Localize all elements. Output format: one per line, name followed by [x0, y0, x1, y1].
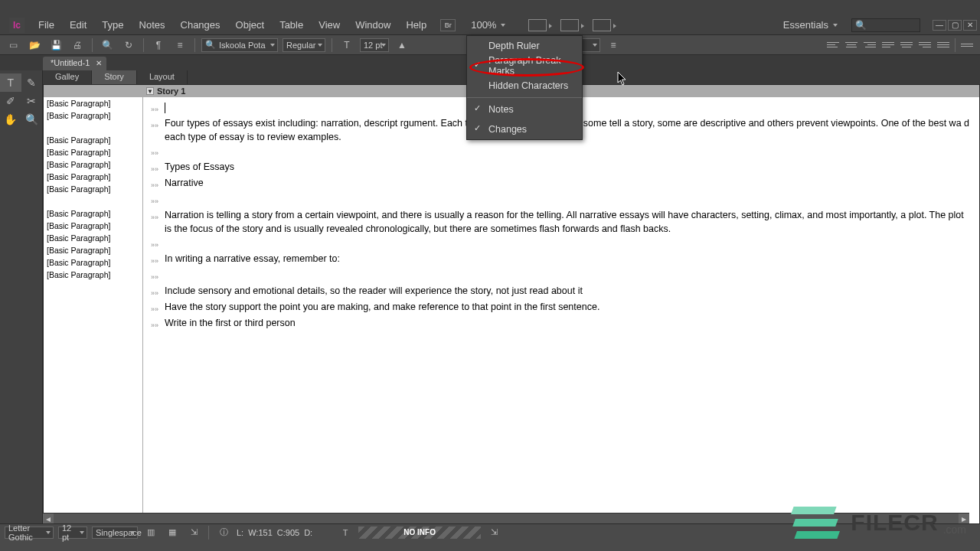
bridge-button[interactable]: Br — [440, 19, 456, 31]
justify-right-button[interactable] — [916, 38, 933, 52]
type-tool[interactable]: T — [0, 73, 21, 92]
paragraph[interactable]: »»Types of Essays — [151, 160, 972, 176]
print-icon[interactable]: 🖨 — [69, 38, 86, 52]
open-icon[interactable]: 📂 — [26, 38, 43, 52]
close-button[interactable]: ✕ — [963, 20, 977, 31]
justify-all-button[interactable] — [935, 38, 952, 52]
arrange-icon[interactable] — [560, 19, 579, 31]
expand-icon[interactable]: ⇲ — [185, 526, 202, 540]
column-icon[interactable]: ▥ — [142, 526, 159, 540]
size-stepper-icon[interactable]: ▲ — [394, 38, 410, 52]
paragraph-break-mark-icon: »» — [151, 316, 165, 332]
note-tool[interactable]: ✎ — [21, 73, 43, 92]
paragraph-break-mark-icon: »» — [151, 208, 165, 236]
progress-icon[interactable]: T — [337, 526, 354, 540]
zoom-tool[interactable]: 🔍 — [21, 110, 43, 129]
menu-item-hidden-characters[interactable]: Hidden Characters — [467, 76, 582, 96]
paragraph-style-label: [Basic Paragraph] — [44, 97, 142, 109]
align-center-button[interactable] — [843, 38, 860, 52]
paragraph[interactable]: »» — [151, 144, 972, 160]
menu-edit[interactable]: Edit — [62, 16, 94, 34]
paragraph-break-mark-icon: »» — [151, 192, 165, 208]
workspace-switcher[interactable]: Essentials — [777, 17, 844, 33]
expand-right-icon[interactable]: ⇲ — [485, 526, 502, 540]
zoom-level[interactable]: 100% — [471, 19, 505, 31]
copyfit-indicator: NO INFO — [358, 527, 481, 539]
save-icon[interactable]: 💾 — [47, 38, 64, 52]
hand-tool[interactable]: ✋ — [0, 110, 21, 129]
menu-bar: Ic FileEditTypeNotesChangesObjectTableVi… — [0, 15, 980, 35]
view-options-icon[interactable] — [593, 19, 611, 31]
watermark: FILECR.com — [788, 507, 966, 539]
paragraph-break-mark-icon: »» — [151, 144, 165, 160]
viewmode-layout[interactable]: Layout — [137, 70, 188, 84]
align-left-button[interactable] — [825, 38, 841, 52]
menu-item-changes[interactable]: ✓Changes — [467, 119, 582, 139]
align-right-button[interactable] — [861, 38, 878, 52]
paragraph-style-label: [Basic Paragraph] — [44, 256, 142, 269]
paragraph[interactable]: »»Include sensory and emotional details,… — [151, 284, 972, 300]
eyedropper-tool[interactable]: ✐ — [0, 92, 21, 110]
tracking-icon[interactable]: ≡ — [605, 38, 622, 52]
justify-center-button[interactable] — [898, 38, 915, 52]
menu-changes[interactable]: Changes — [173, 16, 228, 34]
menu-item-depth-ruler[interactable]: Depth Ruler — [467, 36, 582, 56]
paragraph[interactable]: »»Narration is telling a story from a ce… — [151, 208, 972, 236]
paragraph[interactable]: »» — [151, 268, 972, 284]
menu-item-paragraph-break-marks[interactable]: ✓Paragraph Break Marks — [467, 56, 582, 76]
paragraph[interactable]: »» — [151, 236, 972, 252]
paragraph-break-mark-icon: »» — [151, 160, 165, 176]
paragraph[interactable]: »»Narrative — [151, 176, 972, 192]
document-tab[interactable]: *Untitled-1✕ — [43, 57, 106, 70]
status-font-select[interactable]: Letter Gothic — [5, 527, 54, 539]
font-weight-select[interactable]: Regular — [283, 38, 325, 52]
justify-left-button[interactable] — [880, 38, 897, 52]
paragraph[interactable]: »»Have the story support the point you a… — [151, 300, 972, 316]
close-tab-icon[interactable]: ✕ — [96, 59, 102, 67]
font-size-select[interactable]: 12 pt — [360, 38, 389, 52]
position-tool[interactable]: ✂ — [21, 92, 43, 110]
paragraph[interactable]: »»Write in the first or third person — [151, 316, 972, 332]
status-size-select[interactable]: 12 pt — [58, 527, 87, 539]
menu-window[interactable]: Window — [348, 16, 398, 34]
paragraph-style-label: [Basic Paragraph] — [44, 207, 142, 220]
title-bar — [0, 0, 980, 15]
menu-help[interactable]: Help — [398, 16, 434, 34]
more-options-icon[interactable] — [959, 38, 975, 52]
search-input[interactable]: 🔍 — [851, 18, 920, 32]
paragraph[interactable]: »» — [151, 192, 972, 208]
menu-type[interactable]: Type — [94, 16, 131, 34]
paragraph-style-label: [Basic Paragraph] — [44, 134, 142, 146]
tool-panel: T✎ ✐✂ ✋🔍 — [0, 70, 43, 533]
paragraph[interactable]: »»In writing a narrative essay, remember… — [151, 252, 972, 268]
minimize-button[interactable]: — — [933, 20, 946, 31]
pilcrow-icon[interactable]: ¶ — [150, 38, 167, 52]
menu-view[interactable]: View — [311, 16, 348, 34]
change-icon[interactable]: ↻ — [120, 38, 137, 52]
indent-icon[interactable]: ≡ — [172, 38, 188, 52]
paragraph-style-label: [Basic Paragraph] — [44, 269, 142, 281]
info-icon[interactable]: ⓘ — [215, 526, 232, 540]
text-column[interactable]: ▼Story 1 »»»»Four types of essays exist … — [143, 85, 979, 532]
menu-object[interactable]: Object — [228, 16, 273, 34]
viewmode-galley[interactable]: Galley — [43, 70, 92, 84]
chevron-down-icon[interactable]: ▼ — [146, 87, 154, 95]
status-spacing-select[interactable]: Singlespace — [92, 527, 138, 539]
column-icon-2[interactable]: ▦ — [164, 526, 181, 540]
menu-table[interactable]: Table — [272, 16, 311, 34]
check-icon: ✓ — [474, 103, 481, 113]
find-icon[interactable]: 🔍 — [99, 38, 116, 52]
paragraph-break-mark-icon: »» — [151, 176, 165, 192]
menu-item-notes[interactable]: ✓Notes — [467, 99, 582, 119]
maximize-button[interactable]: ▢ — [948, 20, 962, 31]
font-family-select[interactable]: 🔍Iskoola Pota — [201, 38, 278, 52]
menu-notes[interactable]: Notes — [132, 16, 173, 34]
paragraph-style-label — [44, 195, 142, 207]
new-icon[interactable]: ▭ — [5, 38, 21, 52]
viewmode-story[interactable]: Story — [92, 70, 137, 84]
menu-file[interactable]: File — [31, 16, 62, 34]
word-indicator: W:151 — [248, 528, 273, 537]
scroll-left-button[interactable]: ◂ — [43, 514, 54, 524]
check-icon: ✓ — [474, 60, 481, 70]
screen-mode-icon[interactable] — [528, 19, 547, 31]
